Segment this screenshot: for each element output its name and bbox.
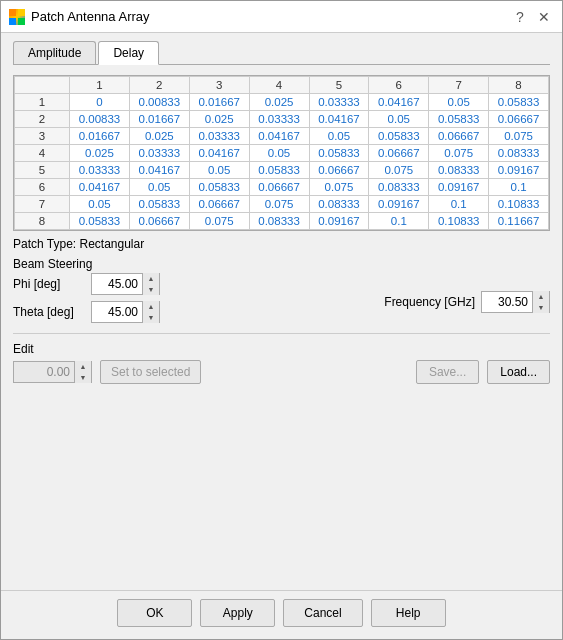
table-cell[interactable]: 0.09167 [309, 213, 369, 230]
table-cell[interactable]: 0.09167 [429, 179, 489, 196]
table-cell[interactable]: 0.01667 [129, 111, 189, 128]
help-button[interactable]: ? [510, 7, 530, 27]
table-cell[interactable]: 0.01667 [70, 128, 130, 145]
edit-spinbox[interactable]: ▲ ▼ [13, 361, 92, 383]
ok-button[interactable]: OK [117, 599, 192, 627]
table-cell[interactable]: 0.05 [249, 145, 309, 162]
table-cell[interactable]: 0.075 [369, 162, 429, 179]
table-cell[interactable]: 0.1 [429, 196, 489, 213]
theta-spinbox[interactable]: ▲ ▼ [91, 301, 160, 323]
edit-input[interactable] [14, 362, 74, 382]
table-cell[interactable]: 0.08333 [249, 213, 309, 230]
data-table: 12345678 100.008330.016670.0250.033330.0… [14, 76, 549, 230]
table-cell[interactable]: 0.06667 [429, 128, 489, 145]
set-to-selected-button[interactable]: Set to selected [100, 360, 201, 384]
cancel-button[interactable]: Cancel [283, 599, 362, 627]
table-cell[interactable]: 0.06667 [309, 162, 369, 179]
phi-label: Phi [deg] [13, 277, 83, 291]
table-cell[interactable]: 0.11667 [489, 213, 549, 230]
table-cell[interactable]: 0.06667 [369, 145, 429, 162]
table-cell[interactable]: 0.06667 [249, 179, 309, 196]
table-cell[interactable]: 0.04167 [309, 111, 369, 128]
table-cell[interactable]: 0.03333 [309, 94, 369, 111]
table-cell[interactable]: 0.05833 [369, 128, 429, 145]
table-cell[interactable]: 0.025 [129, 128, 189, 145]
table-cell[interactable]: 0.05833 [189, 179, 249, 196]
table-cell[interactable]: 0.08333 [309, 196, 369, 213]
table-cell[interactable]: 0.05 [369, 111, 429, 128]
table-cell[interactable]: 0 [70, 94, 130, 111]
table-cell[interactable]: 0.075 [189, 213, 249, 230]
table-cell[interactable]: 0.00833 [70, 111, 130, 128]
table-cell[interactable]: 0.08333 [369, 179, 429, 196]
table-cell[interactable]: 0.06667 [129, 213, 189, 230]
table-cell[interactable]: 0.05833 [129, 196, 189, 213]
table-cell[interactable]: 0.05 [309, 128, 369, 145]
table-cell[interactable]: 0.00833 [129, 94, 189, 111]
table-cell[interactable]: 0.08333 [489, 145, 549, 162]
help-bottom-button[interactable]: Help [371, 599, 446, 627]
phi-spinbox[interactable]: ▲ ▼ [91, 273, 160, 295]
phi-down-button[interactable]: ▼ [143, 284, 159, 295]
apply-button[interactable]: Apply [200, 599, 275, 627]
tab-amplitude[interactable]: Amplitude [13, 41, 96, 64]
table-cell[interactable]: 0.05 [189, 162, 249, 179]
edit-up-button[interactable]: ▲ [75, 361, 91, 372]
table-cell[interactable]: 0.05 [70, 196, 130, 213]
theta-down-button[interactable]: ▼ [143, 312, 159, 323]
table-cell[interactable]: 0.075 [429, 145, 489, 162]
theta-up-button[interactable]: ▲ [143, 301, 159, 312]
table-cell[interactable]: 0.03333 [249, 111, 309, 128]
phi-input[interactable] [92, 274, 142, 294]
table-cell[interactable]: 0.10833 [429, 213, 489, 230]
table-cell[interactable]: 0.04167 [129, 162, 189, 179]
table-cell[interactable]: 0.025 [189, 111, 249, 128]
table-cell[interactable]: 0.05833 [309, 145, 369, 162]
table-cell[interactable]: 0.05833 [70, 213, 130, 230]
phi-up-button[interactable]: ▲ [143, 273, 159, 284]
table-cell[interactable]: 0.075 [309, 179, 369, 196]
svg-rect-0 [9, 9, 16, 16]
freq-down-button[interactable]: ▼ [533, 302, 549, 313]
table-cell[interactable]: 0.025 [70, 145, 130, 162]
table-cell[interactable]: 0.05 [129, 179, 189, 196]
load-button[interactable]: Load... [487, 360, 550, 384]
table-cell[interactable]: 0.1 [369, 213, 429, 230]
table-cell[interactable]: 0.01667 [189, 94, 249, 111]
freq-spinbox[interactable]: ▲ ▼ [481, 291, 550, 313]
table-cell[interactable]: 0.03333 [70, 162, 130, 179]
col-header-3: 3 [189, 77, 249, 94]
table-cell[interactable]: 0.05833 [489, 94, 549, 111]
save-button[interactable]: Save... [416, 360, 479, 384]
phi-arrows: ▲ ▼ [142, 273, 159, 295]
table-cell[interactable]: 0.1 [489, 179, 549, 196]
table-cell[interactable]: 0.04167 [369, 94, 429, 111]
table-cell[interactable]: 0.06667 [489, 111, 549, 128]
table-cell[interactable]: 0.04167 [70, 179, 130, 196]
freq-arrows: ▲ ▼ [532, 291, 549, 313]
table-cell[interactable]: 0.09167 [369, 196, 429, 213]
table-cell[interactable]: 0.04167 [189, 145, 249, 162]
row-header-6: 6 [15, 179, 70, 196]
table-cell[interactable]: 0.10833 [489, 196, 549, 213]
edit-down-button[interactable]: ▼ [75, 372, 91, 383]
table-cell[interactable]: 0.075 [249, 196, 309, 213]
table-cell[interactable]: 0.03333 [189, 128, 249, 145]
table-cell[interactable]: 0.05833 [429, 111, 489, 128]
theta-input[interactable] [92, 302, 142, 322]
app-icon [9, 9, 25, 25]
row-header-3: 3 [15, 128, 70, 145]
table-cell[interactable]: 0.05 [429, 94, 489, 111]
freq-up-button[interactable]: ▲ [533, 291, 549, 302]
table-cell[interactable]: 0.05833 [249, 162, 309, 179]
table-cell[interactable]: 0.09167 [489, 162, 549, 179]
table-cell[interactable]: 0.08333 [429, 162, 489, 179]
table-cell[interactable]: 0.075 [489, 128, 549, 145]
table-cell[interactable]: 0.03333 [129, 145, 189, 162]
table-cell[interactable]: 0.04167 [249, 128, 309, 145]
close-button[interactable]: ✕ [534, 7, 554, 27]
tab-delay[interactable]: Delay [98, 41, 159, 65]
table-cell[interactable]: 0.06667 [189, 196, 249, 213]
table-cell[interactable]: 0.025 [249, 94, 309, 111]
freq-input[interactable] [482, 292, 532, 312]
